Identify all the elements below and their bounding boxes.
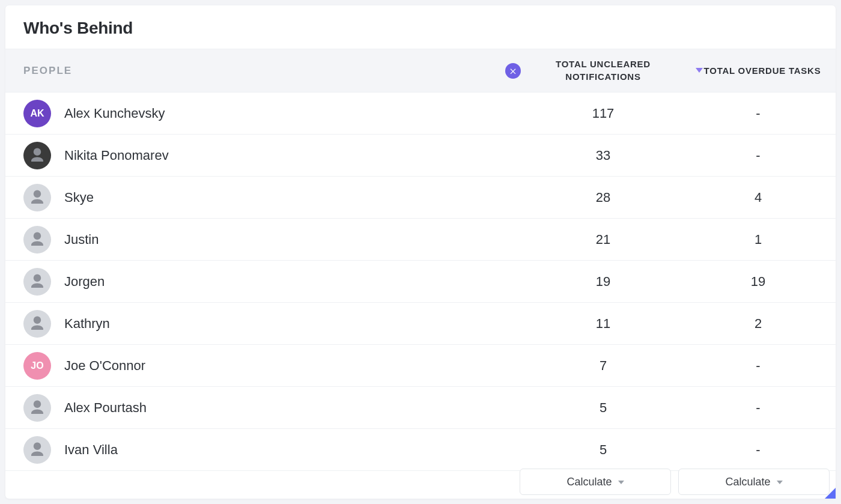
person-name: Nikita Ponomarev — [64, 148, 169, 163]
table-header: PEOPLE TOTAL UNCLEARED NOTIFICATIONS TOT… — [5, 49, 836, 93]
dropdown-label: Calculate — [725, 476, 770, 488]
overdue-cell: - — [681, 442, 836, 458]
avatar — [23, 226, 51, 254]
whos-behind-card: Who's Behind PEOPLE TOTAL UNCLEARED NOTI… — [5, 5, 836, 499]
calculate-dropdown-overdue[interactable]: Calculate — [678, 469, 830, 495]
person-icon — [28, 189, 46, 207]
calculate-dropdown-notifications[interactable]: Calculate — [520, 469, 671, 495]
avatar — [23, 142, 51, 169]
overdue-cell: - — [681, 148, 836, 163]
chevron-down-icon — [777, 481, 783, 484]
notifications-cell: 117 — [526, 106, 681, 121]
person-cell: AKAlex Kunchevsky — [23, 100, 526, 127]
table-row[interactable]: Jorgen1919 — [5, 261, 836, 303]
overdue-cell: - — [681, 106, 836, 121]
person-cell: JOJoe O'Connor — [23, 352, 526, 380]
avatar: JO — [23, 352, 51, 380]
person-cell: Skye — [23, 184, 526, 211]
overdue-cell: 19 — [681, 274, 836, 290]
person-cell: Justin — [23, 226, 526, 254]
avatar: AK — [23, 100, 51, 127]
person-cell: Alex Pourtash — [23, 394, 526, 422]
avatar — [23, 268, 51, 296]
table-row[interactable]: Alex Pourtash5- — [5, 387, 836, 429]
sort-descending-icon — [696, 68, 703, 73]
notifications-cell: 33 — [526, 148, 681, 163]
resize-handle[interactable] — [825, 488, 836, 499]
dropdown-label: Calculate — [566, 476, 612, 488]
column-header-overdue-label: TOTAL OVERDUE TASKS — [704, 65, 821, 76]
avatar — [23, 310, 51, 338]
notifications-cell: 5 — [526, 442, 681, 458]
person-icon — [28, 147, 46, 165]
overdue-cell: 1 — [681, 232, 836, 247]
table-row[interactable]: Justin211 — [5, 219, 836, 261]
person-icon — [28, 315, 46, 333]
notifications-cell: 19 — [526, 274, 681, 290]
clear-filter-button[interactable] — [505, 63, 521, 79]
person-name: Alex Kunchevsky — [64, 106, 165, 121]
person-cell: Nikita Ponomarev — [23, 142, 526, 169]
person-icon — [28, 273, 46, 291]
person-name: Ivan Villa — [64, 442, 118, 458]
table-row[interactable]: Nikita Ponomarev33- — [5, 135, 836, 177]
person-icon — [28, 399, 46, 417]
card-footer: Calculate Calculate — [514, 464, 836, 499]
notifications-cell: 28 — [526, 190, 681, 205]
column-header-overdue[interactable]: TOTAL OVERDUE TASKS — [681, 65, 836, 76]
person-name: Skye — [64, 190, 94, 205]
column-header-people[interactable]: PEOPLE — [23, 65, 526, 77]
person-name: Kathryn — [64, 316, 110, 332]
chevron-down-icon — [618, 481, 624, 484]
person-cell: Kathryn — [23, 310, 526, 338]
table-row[interactable]: AKAlex Kunchevsky117- — [5, 93, 836, 135]
person-icon — [28, 231, 46, 249]
column-header-notifications[interactable]: TOTAL UNCLEARED NOTIFICATIONS — [526, 58, 681, 83]
person-name: Justin — [64, 232, 99, 247]
notifications-cell: 7 — [526, 358, 681, 374]
table-row[interactable]: Kathryn112 — [5, 303, 836, 345]
person-name: Jorgen — [64, 274, 105, 290]
overdue-cell: - — [681, 358, 836, 374]
overdue-cell: 4 — [681, 190, 836, 205]
person-cell: Ivan Villa — [23, 436, 526, 464]
person-icon — [28, 441, 46, 459]
overdue-cell: 2 — [681, 316, 836, 332]
card-title: Who's Behind — [23, 19, 818, 38]
column-header-notifications-label: TOTAL UNCLEARED NOTIFICATIONS — [530, 58, 676, 83]
card-header: Who's Behind — [5, 5, 836, 49]
avatar — [23, 436, 51, 464]
table-row[interactable]: Skye284 — [5, 177, 836, 219]
avatar — [23, 394, 51, 422]
avatar — [23, 184, 51, 211]
notifications-cell: 11 — [526, 316, 681, 332]
table-row[interactable]: JOJoe O'Connor7- — [5, 345, 836, 387]
person-name: Joe O'Connor — [64, 358, 145, 374]
notifications-cell: 21 — [526, 232, 681, 247]
table-body: AKAlex Kunchevsky117-Nikita Ponomarev33-… — [5, 93, 836, 471]
overdue-cell: - — [681, 400, 836, 416]
person-cell: Jorgen — [23, 268, 526, 296]
person-name: Alex Pourtash — [64, 400, 147, 416]
notifications-cell: 5 — [526, 400, 681, 416]
close-circle-icon — [509, 67, 517, 75]
